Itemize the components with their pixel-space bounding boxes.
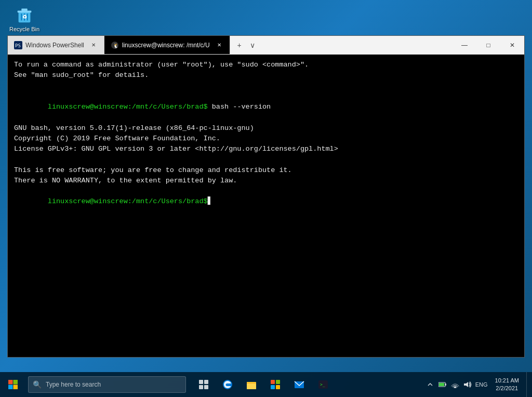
terminal-line: This is free software; you are free to c… <box>14 165 518 176</box>
search-placeholder: Type here to search <box>46 381 101 388</box>
svg-rect-14 <box>14 385 18 390</box>
terminal-window: PS Windows PowerShell ✕ 🐧 linuxscrew@win <box>7 35 525 358</box>
svg-text:♻: ♻ <box>22 14 27 20</box>
svg-rect-18 <box>204 385 208 389</box>
tray-icon-network[interactable] <box>450 380 460 389</box>
svg-rect-27 <box>276 385 280 389</box>
svg-rect-11 <box>8 380 13 385</box>
prompt-text-2: linuxscrew@winscrew:/mnt/c/Users/brad$ <box>48 197 208 205</box>
svg-text:🐧: 🐧 <box>113 42 119 49</box>
terminal-prompt-line-1: linuxscrew@winscrew:/mnt/c/Users/brad$ b… <box>14 91 518 123</box>
desktop: ♻ Recycle Bin PS Windows PowerShell ✕ <box>0 0 532 397</box>
svg-text:>_: >_ <box>320 382 325 387</box>
clock[interactable]: 10:21 AM 2/2/2021 <box>491 372 523 397</box>
terminal-line: See "man sudo_root" for details. <box>14 70 518 81</box>
svg-rect-33 <box>439 383 444 386</box>
language-indicator[interactable]: ENG <box>475 381 488 388</box>
system-tray-expand[interactable] <box>425 380 435 389</box>
tab-powershell[interactable]: PS Windows PowerShell ✕ <box>8 36 104 54</box>
taskbar: 🔍 Type here to search <box>0 372 532 397</box>
clock-time: 10:21 AM <box>495 377 519 385</box>
terminal-line: To run a command as administrator (user … <box>14 60 518 70</box>
title-bar: PS Windows PowerShell ✕ 🐧 linuxscrew@win <box>8 36 524 55</box>
minimize-button[interactable]: — <box>453 36 476 54</box>
svg-rect-17 <box>199 385 203 389</box>
svg-rect-25 <box>276 380 280 384</box>
recycle-bin-icon[interactable]: ♻ Recycle Bin <box>6 4 43 32</box>
terminal-line: GNU bash, version 5.0.17(1)-release (x86… <box>14 123 518 134</box>
svg-rect-24 <box>271 380 275 384</box>
svg-rect-16 <box>204 380 208 384</box>
svg-point-34 <box>455 387 456 388</box>
taskbar-icon-store[interactable] <box>264 373 287 396</box>
maximize-button[interactable]: □ <box>476 36 500 54</box>
terminal-line: There is NO WARRANTY, to the extent perm… <box>14 176 518 186</box>
search-icon: 🔍 <box>33 380 42 389</box>
tab-linux-close[interactable]: ✕ <box>215 41 223 49</box>
new-tab-button[interactable]: + <box>234 40 245 50</box>
svg-rect-26 <box>271 385 275 389</box>
tab-powershell-close[interactable]: ✕ <box>89 41 98 49</box>
svg-rect-32 <box>445 383 446 386</box>
svg-rect-23 <box>247 383 256 383</box>
start-button[interactable] <box>0 372 26 397</box>
terminal-line-empty <box>14 154 518 165</box>
tray-icon-battery[interactable] <box>438 380 447 389</box>
terminal-prompt-line-2: linuxscrew@winscrew:/mnt/c/Users/brad$▋ <box>14 186 518 218</box>
command-text: bash --version <box>208 103 271 111</box>
svg-rect-21 <box>247 383 256 389</box>
tab-controls: + ∨ <box>230 36 262 54</box>
tab-powershell-label: Windows PowerShell <box>25 42 84 49</box>
taskbar-icon-task-view[interactable] <box>192 373 215 396</box>
terminal-line: Copyright (C) 2019 Free Software Foundat… <box>14 134 518 144</box>
taskbar-icon-mail[interactable] <box>288 373 311 396</box>
taskbar-icon-file-explorer[interactable] <box>240 373 263 396</box>
system-tray: ENG 10:21 AM 2/2/2021 <box>422 372 532 397</box>
terminal-line: License GPLv3+: GNU GPL version 3 or lat… <box>14 144 518 154</box>
show-desktop-button[interactable] <box>526 372 529 397</box>
tab-linux[interactable]: 🐧 linuxscrew@winscrew: /mnt/c/U ✕ <box>104 36 230 54</box>
tab-dropdown-button[interactable]: ∨ <box>247 40 258 50</box>
terminal-content[interactable]: To run a command as administrator (user … <box>8 55 524 357</box>
svg-rect-15 <box>199 380 203 384</box>
svg-rect-2 <box>21 9 27 11</box>
svg-rect-13 <box>8 385 13 390</box>
clock-date: 2/2/2021 <box>496 385 518 392</box>
recycle-bin-graphic: ♻ <box>14 4 35 25</box>
prompt-text: linuxscrew@winscrew:/mnt/c/Users/brad$ <box>48 103 208 111</box>
recycle-bin-label: Recycle Bin <box>9 26 39 32</box>
svg-marker-35 <box>464 382 468 387</box>
search-bar[interactable]: 🔍 Type here to search <box>28 376 186 393</box>
tray-icon-volume[interactable] <box>463 380 472 389</box>
close-button[interactable]: ✕ <box>500 36 524 54</box>
window-controls: — □ ✕ <box>453 36 524 54</box>
taskbar-icon-terminal[interactable]: >_ <box>312 373 335 396</box>
tab-bar: PS Windows PowerShell ✕ 🐧 linuxscrew@win <box>8 36 453 54</box>
linux-icon: 🐧 <box>111 41 119 49</box>
taskbar-icon-edge[interactable] <box>216 373 239 396</box>
cursor: ▋ <box>208 197 212 205</box>
svg-rect-12 <box>14 380 18 385</box>
terminal-line-empty <box>14 81 518 91</box>
taskbar-icons: >_ <box>192 373 335 396</box>
powershell-icon: PS <box>14 41 22 49</box>
svg-text:PS: PS <box>15 43 21 48</box>
tab-linux-label: linuxscrew@winscrew: /mnt/c/U <box>122 42 210 49</box>
